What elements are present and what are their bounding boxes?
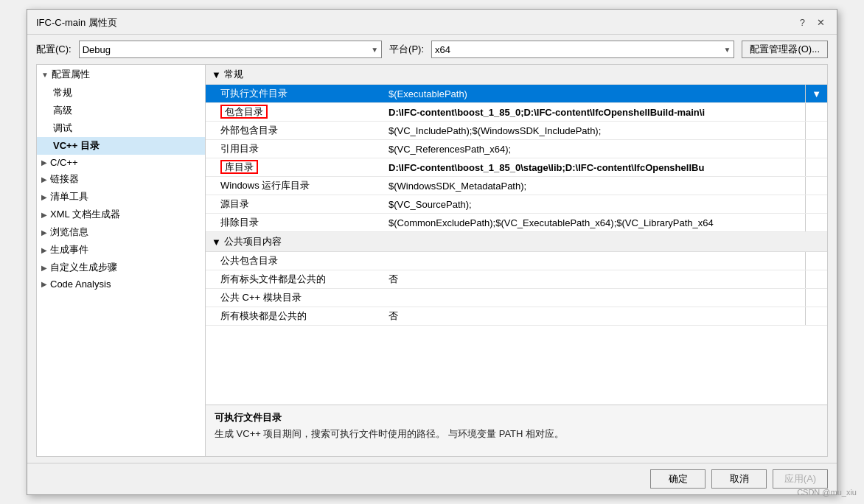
prop-value-public-cpp (383, 289, 806, 307)
vcpp-dirs-label: VC++ 目录 (53, 139, 100, 153)
custom-build-label: 自定义生成步骤 (50, 261, 117, 274)
title-bar-buttons: ? ✕ (797, 15, 828, 29)
table-row[interactable]: 外部包含目录 $(VC_IncludePath);$(WindowsSDK_In… (206, 122, 827, 140)
code-analysis-label: Code Analysis (50, 279, 111, 290)
close-button[interactable]: ✕ (814, 15, 828, 29)
table-row[interactable]: 引用目录 $(VC_ReferencesPath_x64); (206, 140, 827, 158)
sidebar-item-browse[interactable]: ▶ 浏览信息 (37, 223, 205, 241)
prop-value-all-modules: 否 (383, 307, 806, 326)
sidebar-root-label: 配置属性 (52, 68, 90, 81)
build-events-expand-icon: ▶ (41, 246, 47, 254)
code-analysis-expand-icon: ▶ (41, 280, 47, 288)
linker-label: 链接器 (50, 172, 79, 186)
table-row[interactable]: 库目录 D:\IFC-content\boost_1_85_0\stage\li… (206, 158, 827, 177)
sidebar-item-xml-gen[interactable]: ▶ XML 文档生成器 (37, 206, 205, 223)
prop-value-exec-dir: $(ExecutablePath) (383, 85, 806, 103)
advanced-label: 高级 (53, 104, 72, 117)
ext-include-dropdown (806, 122, 827, 140)
prop-value-source-dir: $(VC_SourcePath); (383, 195, 806, 214)
prop-value-lib-dir: D:\IFC-content\boost_1_85_0\stage\lib;D:… (383, 158, 806, 177)
table-row[interactable]: 公共包含目录 (206, 252, 827, 270)
properties-dialog: IFC-C-main 属性页 ? ✕ 配置(C): Debug ▼ 平台(P):… (27, 9, 837, 495)
xml-gen-expand-icon: ▶ (41, 211, 47, 219)
table-row[interactable]: 包含目录 D:\IFC-content\boost_1_85_0;D:\IFC-… (206, 103, 827, 122)
sidebar-item-cpp[interactable]: ▶ C/C++ (37, 155, 205, 170)
help-button[interactable]: ? (797, 15, 808, 29)
xml-gen-label: XML 文档生成器 (50, 208, 120, 221)
all-headers-dropdown (806, 270, 827, 289)
include-dir-dropdown (806, 103, 827, 122)
title-bar: IFC-C-main 属性页 ? ✕ (27, 10, 837, 35)
root-expand-icon: ▼ (41, 71, 49, 79)
browse-expand-icon: ▶ (41, 228, 47, 237)
prop-name-ref-dir: 引用目录 (220, 143, 259, 154)
public-include-dropdown (806, 252, 827, 270)
config-bar: 配置(C): Debug ▼ 平台(P): x64 ▼ 配置管理器(O)... (27, 35, 837, 64)
browse-label: 浏览信息 (50, 225, 88, 239)
sidebar-item-advanced[interactable]: 高级 (37, 102, 205, 119)
desc-title: 可执行文件目录 (215, 411, 818, 424)
ref-dir-dropdown (806, 140, 827, 158)
ok-button[interactable]: 确定 (650, 469, 706, 489)
exec-dir-dropdown[interactable]: ▼ (806, 85, 827, 103)
right-panel: ▼ 常规 可执行文件目录 $(ExecutablePath) ▼ (206, 64, 828, 457)
prop-value-public-include (383, 252, 806, 270)
config-value: Debug (83, 44, 111, 55)
winrt-dir-dropdown (806, 177, 827, 195)
debug-label: 调试 (53, 122, 72, 135)
platform-label: 平台(P): (389, 43, 424, 56)
sidebar-item-debug[interactable]: 调试 (37, 119, 205, 137)
sidebar-item-custom-build[interactable]: ▶ 自定义生成步骤 (37, 259, 205, 276)
custom-build-expand-icon: ▶ (41, 264, 47, 272)
prop-name-exec-dir: 可执行文件目录 (220, 88, 288, 99)
sidebar-item-vcpp-dirs[interactable]: VC++ 目录 (37, 137, 205, 155)
sidebar: ▼ 配置属性 常规 高级 调试 VC++ 目录 ▶ C/C++ ▶ 链接器 (36, 64, 206, 457)
public-cpp-dropdown (806, 289, 827, 307)
config-dropdown[interactable]: Debug ▼ (79, 41, 382, 58)
main-content: ▼ 配置属性 常规 高级 调试 VC++ 目录 ▶ C/C++ ▶ 链接器 (27, 64, 837, 463)
config-arrow-icon: ▼ (371, 46, 378, 54)
config-label: 配置(C): (36, 43, 72, 56)
table-row[interactable]: Windows 运行库目录 $(WindowsSDK_MetadataPath)… (206, 177, 827, 195)
dialog-title: IFC-C-main 属性页 (36, 16, 117, 29)
sidebar-item-general[interactable]: 常规 (37, 84, 205, 102)
all-modules-dropdown (806, 307, 827, 326)
bottom-bar: 确定 取消 应用(A) (27, 463, 837, 494)
sidebar-item-code-analysis[interactable]: ▶ Code Analysis (37, 276, 205, 292)
apply-button[interactable]: 应用(A) (773, 469, 828, 489)
platform-value: x64 (435, 44, 450, 55)
build-events-label: 生成事件 (50, 243, 88, 256)
prop-name-source-dir: 源目录 (220, 198, 249, 209)
prop-name-include-dir: 包含目录 (220, 105, 268, 119)
sidebar-item-manifest[interactable]: ▶ 清单工具 (37, 188, 205, 206)
cpp-expand-icon: ▶ (41, 158, 47, 167)
sidebar-item-build-events[interactable]: ▶ 生成事件 (37, 241, 205, 259)
config-manager-button[interactable]: 配置管理器(O)... (742, 41, 828, 58)
general-label: 常规 (53, 86, 72, 99)
prop-name-all-modules: 所有模块都是公共的 (220, 310, 307, 321)
platform-dropdown[interactable]: x64 ▼ (431, 41, 734, 58)
sidebar-item-linker[interactable]: ▶ 链接器 (37, 170, 205, 188)
table-row[interactable]: 所有模块都是公共的 否 (206, 307, 827, 326)
table-row[interactable]: 排除目录 $(CommonExcludePath);$(VC_Executabl… (206, 214, 827, 232)
prop-value-winrt-dir: $(WindowsSDK_MetadataPath); (383, 177, 806, 195)
manifest-label: 清单工具 (50, 190, 88, 203)
table-row[interactable]: 源目录 $(VC_SourcePath); (206, 195, 827, 214)
section1-header: ▼ 常规 (206, 65, 827, 85)
section2-label: 公共项目内容 (224, 235, 282, 248)
prop-name-public-include: 公共包含目录 (220, 255, 278, 266)
prop-name-lib-dir: 库目录 (220, 160, 258, 174)
table-row[interactable]: 所有标头文件都是公共的 否 (206, 270, 827, 289)
section2-header: ▼ 公共项目内容 (206, 232, 827, 252)
manifest-expand-icon: ▶ (41, 193, 47, 201)
table-row[interactable]: 公共 C++ 模块目录 (206, 289, 827, 307)
prop-value-exclude-dir: $(CommonExcludePath);$(VC_ExecutablePath… (383, 214, 806, 232)
desc-text: 生成 VC++ 项目期间，搜索可执行文件时使用的路径。 与环境变量 PATH 相… (215, 427, 818, 441)
prop-name-public-cpp: 公共 C++ 模块目录 (220, 292, 302, 303)
table-row[interactable]: 可执行文件目录 $(ExecutablePath) ▼ (206, 85, 827, 103)
prop-value-all-headers: 否 (383, 270, 806, 289)
platform-arrow-icon: ▼ (724, 46, 731, 54)
sidebar-root: ▼ 配置属性 (37, 65, 205, 84)
lib-dir-dropdown (806, 158, 827, 177)
cancel-button[interactable]: 取消 (711, 469, 767, 489)
